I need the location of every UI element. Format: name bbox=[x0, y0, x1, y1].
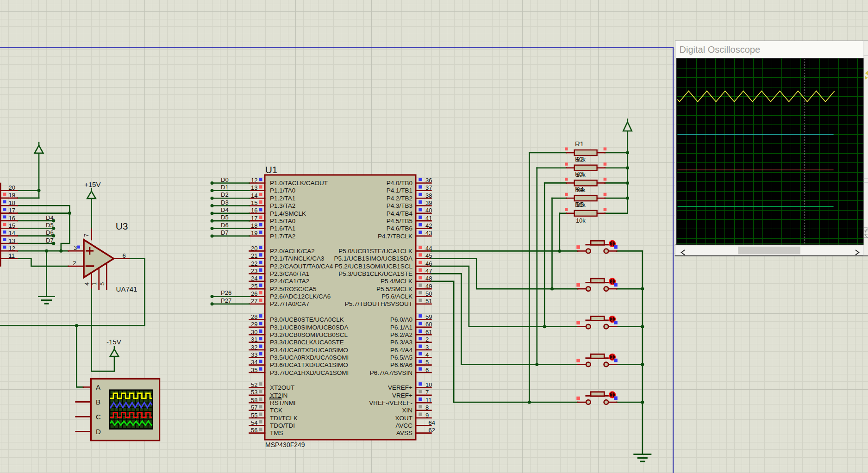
svg-text:AVSS: AVSS bbox=[396, 429, 412, 436]
svg-text:P4.6/TB6: P4.6/TB6 bbox=[387, 225, 412, 232]
svg-text:33: 33 bbox=[251, 351, 257, 358]
svg-text:XT2OUT: XT2OUT bbox=[270, 384, 294, 391]
svg-text:C: C bbox=[96, 413, 101, 421]
svg-text:53: 53 bbox=[251, 389, 257, 396]
svg-text:P4.0/TB0: P4.0/TB0 bbox=[387, 180, 412, 187]
svg-text:32: 32 bbox=[251, 344, 257, 351]
svg-text:P1.7/TA2: P1.7/TA2 bbox=[270, 233, 295, 240]
svg-text:P1.5/TA0: P1.5/TA0 bbox=[270, 218, 295, 224]
svg-text:P6.5/A5: P6.5/A5 bbox=[390, 354, 412, 361]
svg-text:P4.3/TB3: P4.3/TB3 bbox=[387, 202, 412, 209]
svg-text:P5.3/UCB1CLK/UCA1STE: P5.3/UCB1CLK/UCA1STE bbox=[338, 270, 412, 277]
svg-text:16: 16 bbox=[251, 207, 257, 214]
svg-text:5: 5 bbox=[425, 359, 429, 366]
svg-text:61: 61 bbox=[425, 329, 432, 336]
svg-text:P4.1/TB1: P4.1/TB1 bbox=[387, 187, 412, 194]
svg-text:P5.2/UCB1SOMI/UCB1SCL: P5.2/UCB1SOMI/UCB1SCL bbox=[335, 263, 413, 270]
svg-text:59: 59 bbox=[425, 313, 432, 320]
svg-text:P2.1/TAINCLK/CA3: P2.1/TAINCLK/CA3 bbox=[270, 255, 325, 262]
svg-text:38: 38 bbox=[425, 192, 432, 199]
svg-text:P3.3/UCB0CLK/UCA0STE: P3.3/UCB0CLK/UCA0STE bbox=[270, 339, 344, 346]
svg-text:P5.4/MCLK: P5.4/MCLK bbox=[381, 278, 412, 285]
svg-text:5: 5 bbox=[99, 282, 106, 286]
svg-text:36: 36 bbox=[425, 177, 432, 184]
svg-text:55: 55 bbox=[251, 412, 257, 419]
svg-text:50: 50 bbox=[425, 290, 432, 297]
svg-text:AVCC: AVCC bbox=[395, 422, 412, 429]
svg-text:XOUT: XOUT bbox=[395, 415, 412, 422]
svg-text:P5.1/UCB1SIMO/UCB1SDA: P5.1/UCB1SIMO/UCB1SDA bbox=[334, 255, 412, 262]
svg-text:14: 14 bbox=[251, 192, 257, 199]
svg-text:P2.7/TA0/CA7: P2.7/TA0/CA7 bbox=[270, 300, 309, 307]
svg-text:3: 3 bbox=[74, 244, 77, 251]
svg-text:D1: D1 bbox=[221, 184, 229, 191]
svg-text:13: 13 bbox=[251, 184, 257, 191]
svg-text:26: 26 bbox=[251, 290, 257, 297]
svg-text:D7: D7 bbox=[221, 229, 229, 236]
svg-text:40: 40 bbox=[425, 207, 432, 214]
svg-text:62: 62 bbox=[429, 427, 435, 434]
svg-text:7: 7 bbox=[425, 389, 429, 396]
svg-text:P1.6/TA1: P1.6/TA1 bbox=[270, 225, 295, 232]
svg-text:R2: R2 bbox=[575, 155, 584, 163]
svg-text:14: 14 bbox=[9, 230, 15, 236]
svg-text:P1.0/TACLK/CAOUT: P1.0/TACLK/CAOUT bbox=[270, 180, 328, 187]
svg-text:U3: U3 bbox=[116, 221, 128, 231]
svg-text:P5.5/SMCLK: P5.5/SMCLK bbox=[376, 286, 412, 293]
svg-text:20: 20 bbox=[9, 184, 15, 191]
svg-text:20: 20 bbox=[251, 245, 257, 252]
svg-text:60: 60 bbox=[425, 321, 432, 328]
svg-text:P6.1/A1: P6.1/A1 bbox=[390, 324, 412, 331]
svg-text:U1: U1 bbox=[265, 164, 278, 175]
svg-text:P3.0/UCB0STE/UCA0CLK: P3.0/UCB0STE/UCA0CLK bbox=[270, 316, 344, 323]
svg-text:6: 6 bbox=[123, 252, 126, 259]
svg-text:P2.2/CAOUT/TA0/CA4: P2.2/CAOUT/TA0/CA4 bbox=[270, 263, 333, 270]
svg-text:19: 19 bbox=[9, 192, 15, 199]
svg-text:RST/NMI: RST/NMI bbox=[270, 399, 296, 406]
svg-text:P3.5/UCA0RXD/UCA0SOMI: P3.5/UCA0RXD/UCA0SOMI bbox=[270, 354, 349, 361]
svg-text:15: 15 bbox=[251, 199, 257, 206]
svg-text:P1.3/TA2: P1.3/TA2 bbox=[270, 202, 295, 209]
svg-text:VREF-/VEREF-: VREF-/VEREF- bbox=[369, 399, 412, 406]
svg-text:R5: R5 bbox=[575, 200, 584, 208]
svg-text:29: 29 bbox=[251, 321, 257, 328]
svg-text:8: 8 bbox=[425, 404, 429, 411]
svg-text:23: 23 bbox=[251, 268, 257, 274]
svg-text:B: B bbox=[96, 398, 100, 406]
svg-text:19: 19 bbox=[251, 230, 257, 236]
svg-text:UA741: UA741 bbox=[116, 285, 137, 293]
svg-text:51: 51 bbox=[425, 298, 432, 305]
svg-text:D2: D2 bbox=[221, 191, 229, 198]
svg-text:64: 64 bbox=[429, 419, 435, 426]
svg-text:P6.0/A0: P6.0/A0 bbox=[390, 316, 412, 323]
svg-text:P2.6/ADC12CLK/CA6: P2.6/ADC12CLK/CA6 bbox=[270, 293, 331, 300]
svg-text:49: 49 bbox=[425, 283, 432, 290]
svg-text:28: 28 bbox=[251, 313, 257, 320]
svg-text:25: 25 bbox=[251, 283, 257, 290]
svg-text:P2.5/ROSC/CA5: P2.5/ROSC/CA5 bbox=[270, 286, 317, 293]
svg-text:VREF+: VREF+ bbox=[392, 392, 412, 399]
svg-text:22: 22 bbox=[251, 260, 257, 267]
svg-text:D: D bbox=[96, 428, 101, 436]
svg-text:58: 58 bbox=[251, 397, 257, 404]
svg-text:-15V: -15V bbox=[106, 338, 121, 346]
svg-text:41: 41 bbox=[425, 215, 432, 222]
svg-text:18: 18 bbox=[9, 199, 15, 206]
svg-text:P6.7/A7/SVSIN: P6.7/A7/SVSIN bbox=[370, 369, 412, 376]
svg-text:16: 16 bbox=[9, 215, 15, 222]
svg-text:D4: D4 bbox=[221, 206, 229, 213]
svg-text:TDO/TDI: TDO/TDI bbox=[270, 422, 295, 429]
svg-text:56: 56 bbox=[251, 427, 257, 434]
svg-text:D4: D4 bbox=[46, 214, 54, 221]
svg-text:P27: P27 bbox=[221, 297, 231, 304]
svg-text:P6.3/A3: P6.3/A3 bbox=[390, 339, 412, 346]
svg-text:10: 10 bbox=[425, 381, 432, 388]
svg-text:3: 3 bbox=[425, 344, 429, 351]
svg-text:24: 24 bbox=[251, 275, 257, 282]
svg-text:Digital Oscilloscope: Digital Oscilloscope bbox=[680, 44, 761, 55]
svg-text:D6: D6 bbox=[46, 229, 54, 236]
svg-text:P2.4/CA1/TA2: P2.4/CA1/TA2 bbox=[270, 278, 309, 285]
svg-text:P6.6/A6: P6.6/A6 bbox=[390, 361, 412, 368]
svg-text:11: 11 bbox=[9, 252, 15, 259]
svg-text:13: 13 bbox=[9, 237, 15, 244]
